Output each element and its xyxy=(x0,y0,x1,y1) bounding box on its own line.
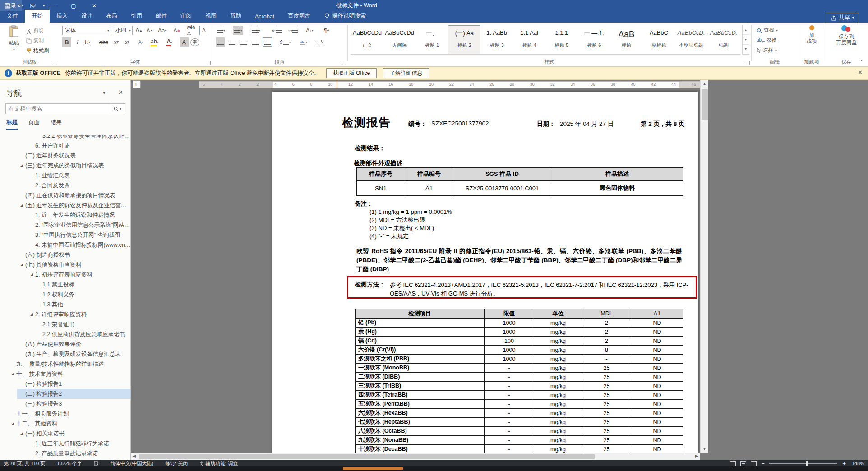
web-layout-icon[interactable] xyxy=(751,461,757,466)
italic-button[interactable]: I xyxy=(73,37,82,47)
format-painter-button[interactable]: 格式刷 xyxy=(26,46,49,55)
decrease-indent-button[interactable]: ⇤ xyxy=(271,26,282,35)
nav-heading-item-30[interactable]: ◢(一) 相关承诺书 xyxy=(0,429,131,439)
zoom-slider[interactable] xyxy=(769,463,837,464)
expander-icon[interactable]: ◢ xyxy=(9,419,16,429)
document-page[interactable]: 检测报告 编号： SZXEC25001377902 日期： 2025 年 04 … xyxy=(272,92,698,453)
nav-pane-close-icon[interactable]: ✕ xyxy=(118,89,123,96)
style-item-4[interactable]: 1. AaBb标题 3 xyxy=(480,25,513,54)
nav-heading-item-24[interactable]: ◢十、 技术支持资料 xyxy=(0,369,131,379)
ribbon-tab-2[interactable]: 插入 xyxy=(50,10,74,23)
subscript-button[interactable]: x2 xyxy=(112,37,121,47)
bullets-button[interactable]: ▾ xyxy=(216,26,226,35)
get-genuine-office-button[interactable]: 获取正版 Office xyxy=(326,68,377,78)
collapse-ribbon-icon[interactable]: ⌃ xyxy=(860,60,863,65)
nav-heading-item-29[interactable]: ◢十二、 其他资料 xyxy=(0,419,131,429)
clipboard-dialog-launcher[interactable] xyxy=(54,61,57,65)
nav-heading-item-19[interactable]: 2.1 荣誉证书 xyxy=(0,319,131,329)
expander-icon[interactable]: ◢ xyxy=(28,270,35,280)
expander-icon[interactable]: ◢ xyxy=(9,369,16,379)
ribbon-tab-0[interactable]: 文件 xyxy=(0,10,25,23)
style-item-1[interactable]: AaBbCcDd无间隔 xyxy=(383,25,416,54)
style-item-10[interactable]: AaBbCcD.不明显强调 xyxy=(675,25,707,54)
expander-icon[interactable]: ◢ xyxy=(18,200,25,210)
align-center-button[interactable] xyxy=(227,37,236,47)
save-icon[interactable] xyxy=(5,3,10,9)
nav-tab-2[interactable]: 结果 xyxy=(51,119,62,130)
nav-heading-item-7[interactable]: ◢(五) 近年发生的诉讼及仲裁及企业信誉情况 xyxy=(0,200,131,210)
sort-button[interactable]: A↓▾ xyxy=(305,26,314,35)
accessibility-indicator[interactable]: 辅助功能: 调查 xyxy=(199,460,238,467)
zoom-out-icon[interactable]: − xyxy=(761,460,765,467)
nav-heading-item-21[interactable]: (八) 产品使用效果评价 xyxy=(0,339,131,349)
tab-stop-selector[interactable]: L xyxy=(133,80,141,88)
addins-button[interactable]: 加载项 xyxy=(801,25,822,44)
nav-pane-options-icon[interactable]: ▾ xyxy=(103,90,106,96)
nav-heading-item-3[interactable]: ◢(三) 近年完成的类似项目情况表 xyxy=(0,161,131,171)
nav-heading-item-12[interactable]: (六) 制造商授权书 xyxy=(0,250,131,260)
style-item-5[interactable]: 1.1 Aal标题 4 xyxy=(513,25,545,54)
underline-button[interactable]: U ▾ xyxy=(83,37,92,47)
paragraph-dialog-launcher[interactable] xyxy=(342,61,346,65)
char-shading-button[interactable]: A xyxy=(180,37,189,47)
expander-icon[interactable]: ◢ xyxy=(18,429,25,439)
nav-heading-item-22[interactable]: (九) 生产、检测及研发设备信息汇总表 xyxy=(0,349,131,359)
clear-formatting-button[interactable]: A◆ xyxy=(172,26,181,35)
expander-icon[interactable]: ◢ xyxy=(28,309,35,319)
style-item-11[interactable]: AaBbCcD.强调 xyxy=(707,25,740,54)
highlight-button[interactable]: ab▾ xyxy=(150,37,160,47)
nav-heading-item-2[interactable]: (二) 近年财务状况表 xyxy=(0,151,131,161)
nav-heading-item-28[interactable]: 十一、 相关服务计划 xyxy=(0,409,131,419)
nav-tab-1[interactable]: 页面 xyxy=(28,119,40,130)
gallery-down-icon[interactable]: ▼ xyxy=(743,35,749,44)
read-mode-icon[interactable] xyxy=(730,461,736,466)
bold-button[interactable]: B xyxy=(62,37,71,47)
nav-heading-item-14[interactable]: ◢1. 初步评审表响应资料 xyxy=(0,270,131,280)
nav-heading-item-5[interactable]: 2. 合同及发票 xyxy=(0,180,131,190)
show-marks-button[interactable]: ¶↵ xyxy=(322,26,331,35)
distribute-button[interactable] xyxy=(263,37,272,47)
nav-heading-item-26[interactable]: (二) 检验报告2 xyxy=(0,389,131,399)
text-effects-button[interactable]: A▾ xyxy=(136,37,145,47)
ribbon-tab-3[interactable]: 设计 xyxy=(74,10,99,23)
paste-button[interactable]: 粘贴▾ xyxy=(4,25,24,52)
print-layout-icon[interactable] xyxy=(740,461,746,466)
page-indicator[interactable]: 第 78 页, 共 110 页 xyxy=(4,460,45,467)
horizontal-scroll-thumb[interactable] xyxy=(139,454,595,459)
undo-button[interactable] xyxy=(17,3,24,9)
replace-button[interactable]: ab⇄ 替换 xyxy=(757,36,777,45)
char-border-button[interactable]: A xyxy=(199,26,208,35)
style-item-3[interactable]: (一) Aa标题 2 xyxy=(448,25,480,54)
scroll-up-icon[interactable]: ▲ xyxy=(701,82,708,86)
expander-icon[interactable]: ◢ xyxy=(18,161,25,171)
nav-heading-item-16[interactable]: 1.2 权利义务 xyxy=(0,290,131,300)
font-size-combo[interactable]: 小四▾ xyxy=(113,26,133,35)
nav-heading-item-4[interactable]: 1. 业绩汇总表 xyxy=(0,171,131,180)
vertical-scroll-thumb[interactable] xyxy=(702,89,708,120)
gallery-up-icon[interactable]: ▲ xyxy=(743,25,749,35)
style-item-8[interactable]: AaB标题 xyxy=(610,25,643,54)
expander-icon[interactable]: ◢ xyxy=(18,260,25,270)
nav-heading-item-27[interactable]: (三) 检验报告3 xyxy=(0,399,131,409)
find-button[interactable]: 查找▾ xyxy=(757,26,778,35)
nav-heading-item-11[interactable]: 4. 未被中国石油招标投标网(www.cnpcbiddi... xyxy=(0,240,131,250)
horizontal-scrollbar[interactable]: ◀ ▶ xyxy=(131,453,700,460)
multilevel-list-button[interactable]: ▾ xyxy=(251,26,261,35)
ribbon-tab-9[interactable]: 帮助 xyxy=(223,10,248,23)
nav-heading-item-23[interactable]: 九、 质量/技术性能指标的详细描述 xyxy=(0,359,131,369)
zoom-slider-thumb[interactable] xyxy=(806,461,808,466)
ribbon-tab-6[interactable]: 邮件 xyxy=(149,10,174,23)
nav-search-input[interactable] xyxy=(6,106,110,112)
vertical-scrollbar[interactable]: ▲ ▼ xyxy=(700,80,708,453)
styles-dialog-launcher[interactable] xyxy=(746,61,750,65)
redo-button[interactable] xyxy=(30,3,37,9)
nav-heading-item-31[interactable]: 1. 近三年无行贿犯罪行为承诺 xyxy=(0,439,131,448)
ribbon-tab-4[interactable]: 布局 xyxy=(99,10,124,23)
tell-me-search[interactable]: 操作说明搜索 xyxy=(317,10,370,23)
nav-heading-item-6[interactable]: (四) 正在供货和新承接的项目情况表 xyxy=(0,190,131,200)
style-item-9[interactable]: AaBbC副标题 xyxy=(642,25,675,54)
style-item-6[interactable]: 1.1.1标题 5 xyxy=(545,25,578,54)
nav-heading-item-15[interactable]: 1.1 禁止投标 xyxy=(0,280,131,290)
nav-tab-0[interactable]: 标题 xyxy=(6,119,18,130)
nav-heading-item-20[interactable]: 2.2 供应商供货及应急响应承诺书 xyxy=(0,329,131,339)
